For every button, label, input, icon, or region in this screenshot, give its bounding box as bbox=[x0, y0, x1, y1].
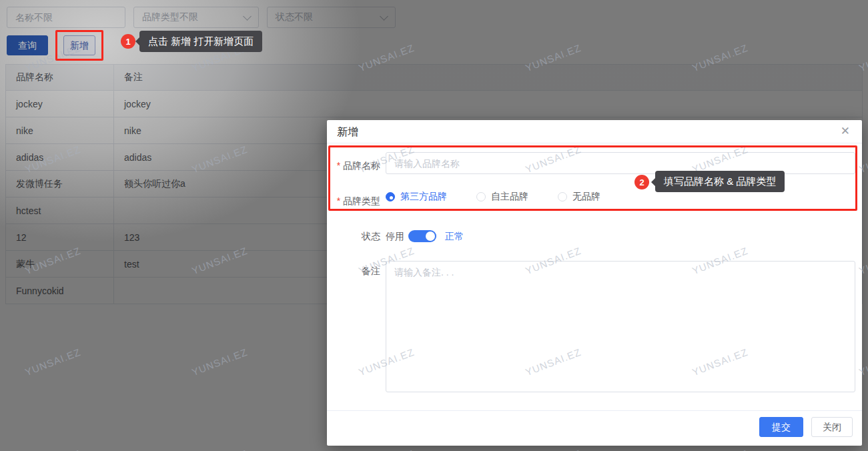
status-toggle[interactable] bbox=[408, 230, 436, 242]
status-on-label: 正常 bbox=[445, 231, 464, 243]
remark-label: 备注 bbox=[327, 266, 380, 278]
close-button[interactable]: 关闭 bbox=[811, 417, 853, 437]
status-label: 状态 bbox=[327, 231, 380, 243]
step2-tooltip: 填写品牌名称 & 品牌类型 bbox=[655, 171, 785, 192]
step1-tooltip-arrow bbox=[131, 37, 140, 46]
submit-button[interactable]: 提交 bbox=[759, 417, 803, 437]
status-off-label: 停用 bbox=[386, 231, 404, 243]
modal-footer: 提交 关闭 bbox=[327, 410, 862, 446]
step1-highlight-box bbox=[55, 30, 103, 61]
modal-title: 新增 bbox=[337, 125, 358, 139]
remark-textarea[interactable] bbox=[386, 261, 855, 392]
close-icon[interactable]: ✕ bbox=[841, 125, 850, 138]
step1-tooltip: 点击 新增 打开新增页面 bbox=[139, 31, 262, 52]
page: 品牌类型不限 状态不限 查询 新增 品牌名称 备注 jockeyjockeyni… bbox=[0, 0, 868, 451]
modal-header: 新增 ✕ bbox=[327, 120, 862, 143]
step2-tooltip-arrow bbox=[646, 177, 656, 187]
toggle-knob bbox=[426, 232, 435, 241]
